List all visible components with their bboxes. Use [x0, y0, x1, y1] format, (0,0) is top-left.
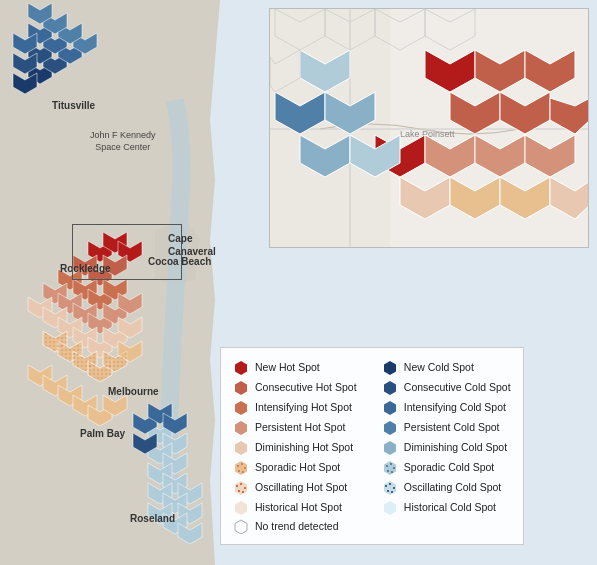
svg-rect-128	[238, 490, 240, 492]
consecutive-hot-spot-swatch	[233, 379, 249, 395]
legend-oscillating-hot-spot: Oscillating Hot Spot	[233, 478, 362, 496]
svg-marker-42	[13, 73, 37, 94]
svg-rect-134	[387, 490, 389, 492]
inset-map: Lake Poinsett	[269, 8, 589, 248]
svg-rect-127	[244, 487, 246, 489]
legend-consecutive-cold-spot: Consecutive Cold Spot	[382, 378, 511, 396]
svg-marker-108	[235, 421, 247, 435]
legend-diminishing-hot-spot: Diminishing Hot Spot	[233, 438, 362, 456]
legend-sporadic-hot-spot: Sporadic Hot Spot	[233, 458, 362, 476]
svg-point-116	[238, 470, 240, 472]
svg-marker-104	[235, 381, 247, 395]
persistent-cold-spot-swatch	[382, 419, 398, 435]
legend-new-hot-spot: New Hot Spot	[233, 358, 362, 376]
legend-new-cold-spot: New Cold Spot	[382, 358, 511, 376]
historical-hot-spot-swatch	[233, 499, 249, 515]
svg-point-115	[244, 467, 246, 469]
legend-persistent-cold-spot: Persistent Cold Spot	[382, 418, 511, 436]
svg-rect-135	[391, 491, 393, 493]
svg-rect-129	[242, 491, 244, 493]
svg-point-122	[387, 470, 389, 472]
legend-panel: New Hot Spot New Cold Spot Consecutive H…	[220, 347, 524, 545]
selection-box	[72, 224, 182, 280]
legend-sporadic-cold-spot: Sporadic Cold Spot	[382, 458, 511, 476]
svg-marker-109	[384, 421, 396, 435]
svg-point-117	[242, 471, 244, 473]
legend-historical-cold-spot: Historical Cold Spot	[382, 498, 511, 516]
svg-marker-136	[235, 501, 247, 515]
svg-marker-107	[384, 401, 396, 415]
consecutive-cold-spot-swatch	[382, 379, 398, 395]
legend-intensifying-cold-spot: Intensifying Cold Spot	[382, 398, 511, 416]
svg-marker-66	[178, 523, 202, 544]
oscillating-cold-spot-swatch	[382, 479, 398, 495]
svg-marker-137	[384, 501, 396, 515]
main-map: Titusville John F KennedySpace Center Ca…	[0, 0, 597, 565]
legend-oscillating-cold-spot: Oscillating Cold Spot	[382, 478, 511, 496]
svg-point-123	[391, 471, 393, 473]
svg-point-119	[386, 465, 388, 467]
legend-no-trend: No trend detected	[233, 518, 511, 534]
legend-intensifying-hot-spot: Intensifying Hot Spot	[233, 398, 362, 416]
svg-marker-110	[235, 441, 247, 455]
legend-consecutive-hot-spot: Consecutive Hot Spot	[233, 378, 362, 396]
svg-rect-131	[385, 485, 387, 487]
sporadic-cold-spot-swatch	[382, 459, 398, 475]
svg-point-121	[393, 467, 395, 469]
legend-historical-hot-spot: Historical Hot Spot	[233, 498, 362, 516]
svg-marker-102	[235, 361, 247, 375]
new-hot-spot-swatch	[233, 359, 249, 375]
legend-persistent-hot-spot: Persistent Hot Spot	[233, 418, 362, 436]
svg-marker-106	[235, 401, 247, 415]
svg-rect-125	[236, 485, 238, 487]
svg-point-114	[241, 463, 243, 465]
intensifying-hot-spot-swatch	[233, 399, 249, 415]
svg-rect-132	[389, 483, 391, 485]
svg-marker-105	[384, 381, 396, 395]
persistent-hot-spot-swatch	[233, 419, 249, 435]
oscillating-hot-spot-swatch	[233, 479, 249, 495]
legend-diminishing-cold-spot: Diminishing Cold Spot	[382, 438, 511, 456]
diminishing-hot-spot-swatch	[233, 439, 249, 455]
historical-cold-spot-swatch	[382, 499, 398, 515]
diminishing-cold-spot-swatch	[382, 439, 398, 455]
svg-marker-111	[384, 441, 396, 455]
intensifying-cold-spot-swatch	[382, 399, 398, 415]
sporadic-hot-spot-swatch	[233, 459, 249, 475]
svg-point-120	[390, 463, 392, 465]
new-cold-spot-swatch	[382, 359, 398, 375]
no-trend-swatch	[233, 518, 249, 534]
svg-marker-103	[384, 361, 396, 375]
svg-marker-138	[235, 520, 247, 534]
svg-point-113	[237, 465, 239, 467]
svg-rect-133	[393, 487, 395, 489]
svg-rect-126	[240, 483, 242, 485]
